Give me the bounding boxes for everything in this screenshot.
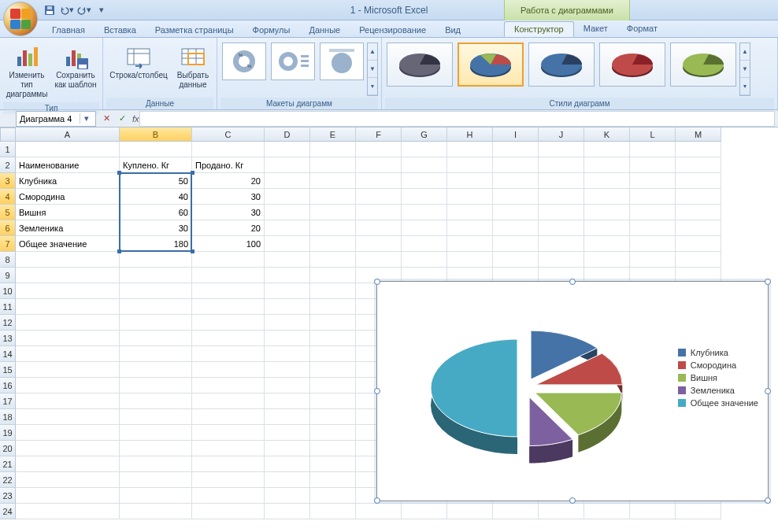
col-header-M[interactable]: M (676, 127, 721, 142)
cell[interactable] (120, 268, 192, 283)
cell[interactable] (192, 362, 265, 378)
cell[interactable] (192, 331, 265, 346)
cell[interactable] (676, 157, 721, 173)
cell[interactable] (630, 142, 676, 157)
cell[interactable] (192, 346, 265, 362)
cell[interactable] (120, 378, 192, 393)
cell[interactable] (402, 220, 447, 236)
save-icon[interactable] (43, 3, 57, 17)
cell[interactable] (310, 283, 356, 299)
cell[interactable] (310, 299, 356, 315)
tab-layout[interactable]: Макет (574, 21, 617, 37)
cell[interactable] (402, 189, 447, 205)
cell[interactable] (265, 205, 310, 220)
undo-icon[interactable]: ▾ (60, 3, 74, 17)
cell[interactable] (676, 205, 721, 220)
cell[interactable]: 40 (120, 189, 192, 205)
cell[interactable] (120, 283, 192, 299)
cell[interactable] (539, 504, 584, 519)
col-header-L[interactable]: L (630, 127, 676, 142)
cell[interactable] (16, 472, 120, 488)
cell[interactable] (265, 252, 310, 268)
cell[interactable]: Клубника (16, 173, 120, 189)
switch-row-col-button[interactable]: Строка/столбец (106, 41, 171, 98)
col-header-A[interactable]: A (16, 127, 120, 142)
chart-handle[interactable] (374, 388, 380, 394)
col-header-H[interactable]: H (447, 127, 493, 142)
col-header-E[interactable]: E (310, 127, 356, 142)
cell[interactable] (356, 189, 402, 205)
cell[interactable]: 50 (120, 173, 192, 189)
cell[interactable] (584, 252, 630, 268)
col-header-J[interactable]: J (539, 127, 584, 142)
cell[interactable] (192, 378, 265, 393)
cell[interactable] (265, 299, 310, 315)
row-header[interactable]: 13 (0, 331, 16, 346)
selection-handle[interactable] (117, 171, 121, 175)
row-header[interactable]: 18 (0, 409, 16, 425)
chart-handle[interactable] (765, 497, 771, 504)
name-box-dropdown-icon[interactable]: ▾ (80, 113, 92, 124)
styles-scroll-down-icon[interactable]: ▼ (740, 61, 750, 78)
cell[interactable] (120, 346, 192, 362)
col-header-I[interactable]: I (493, 127, 539, 142)
row-header[interactable]: 16 (0, 378, 16, 393)
cell[interactable] (447, 142, 493, 157)
cell[interactable] (192, 393, 265, 409)
cell[interactable] (16, 441, 120, 456)
cell[interactable] (120, 252, 192, 268)
col-header-D[interactable]: D (265, 127, 310, 142)
legend-item[interactable]: Клубника (678, 348, 758, 357)
tab-view[interactable]: Вид (435, 23, 470, 37)
select-data-button[interactable]: Выбрать данные (172, 41, 213, 98)
cell[interactable] (16, 362, 120, 378)
cell[interactable] (356, 252, 402, 268)
cell[interactable] (16, 378, 120, 393)
cell[interactable] (16, 142, 120, 157)
cell[interactable] (584, 504, 630, 519)
cell[interactable] (265, 315, 310, 331)
layouts-scroll-down-icon[interactable]: ▼ (368, 61, 377, 78)
cell[interactable] (310, 409, 356, 425)
cell[interactable] (120, 409, 192, 425)
cell[interactable] (265, 425, 310, 441)
cell[interactable] (120, 299, 192, 315)
confirm-icon[interactable]: ✓ (117, 113, 128, 124)
cell[interactable] (265, 220, 310, 236)
select-all-corner[interactable] (0, 127, 16, 142)
cell[interactable] (584, 220, 630, 236)
cell[interactable] (539, 220, 584, 236)
layouts-more-icon[interactable]: ▾ (368, 78, 377, 95)
cell[interactable] (493, 205, 539, 220)
cell[interactable] (120, 472, 192, 488)
cell[interactable] (310, 346, 356, 362)
cell[interactable] (192, 142, 265, 157)
cell[interactable]: 180 (120, 236, 192, 252)
cell[interactable] (310, 441, 356, 456)
row-header[interactable]: 19 (0, 425, 16, 441)
chart-handle[interactable] (374, 279, 380, 285)
chart-handle[interactable] (765, 279, 771, 285)
tab-data[interactable]: Данные (299, 23, 350, 37)
layout-thumb-3[interactable] (320, 42, 364, 80)
cell[interactable] (584, 173, 630, 189)
cell[interactable] (16, 393, 120, 409)
tab-design[interactable]: Конструктор (504, 21, 574, 37)
cell[interactable] (676, 173, 721, 189)
cell[interactable] (447, 205, 493, 220)
cell[interactable] (402, 252, 447, 268)
cell[interactable] (584, 236, 630, 252)
cell[interactable] (16, 504, 120, 519)
cell[interactable] (356, 504, 402, 519)
cell[interactable] (310, 220, 356, 236)
cell[interactable] (310, 173, 356, 189)
cell[interactable] (310, 252, 356, 268)
cell[interactable] (539, 157, 584, 173)
cell[interactable] (356, 142, 402, 157)
legend-item[interactable]: Общее значение (678, 398, 758, 408)
cell[interactable] (676, 142, 721, 157)
row-header[interactable]: 9 (0, 268, 16, 283)
row-header[interactable]: 23 (0, 488, 16, 504)
chart-handle[interactable] (765, 388, 771, 394)
selection-handle[interactable] (191, 249, 194, 253)
